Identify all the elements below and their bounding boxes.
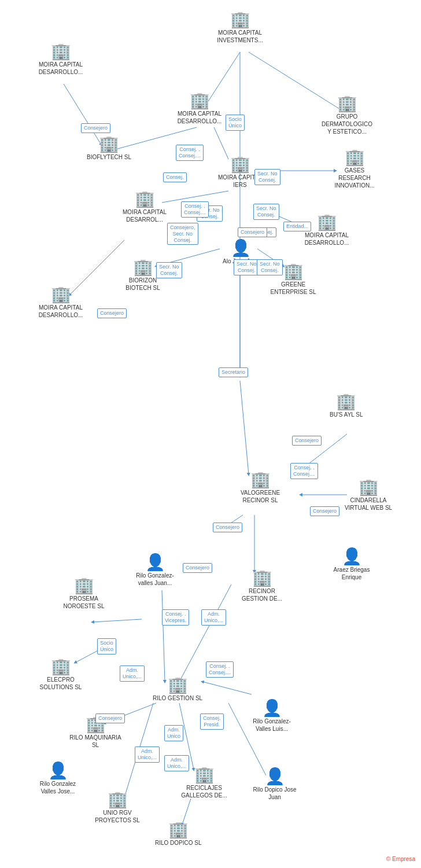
- badge-socio-unico-2[interactable]: SocioÚnico: [97, 638, 116, 654]
- badge-consejero-9[interactable]: Consejero: [183, 563, 212, 573]
- company-label: MOIRA CAPITAL DESARROLLO...: [173, 110, 226, 125]
- node-grupo-derma[interactable]: 🏢 GRUPO DERMATOLOGICO Y ESTETICO...: [321, 95, 373, 135]
- node-rilo-gonzalez-juan[interactable]: 👤 Rilo Gonzalez-valles Juan...: [132, 554, 178, 587]
- building-icon: 🏢: [168, 822, 189, 838]
- badge-consejero-7[interactable]: Consejero: [310, 506, 339, 516]
- node-moira-investments[interactable]: 🏢 MOIRA CAPITAL INVESTMENTS...: [214, 12, 266, 44]
- badge-adm-unico-3[interactable]: Adm.Unico: [164, 725, 183, 741]
- badge-consej-2[interactable]: Consej.: [163, 172, 187, 182]
- badge-consejero-secr[interactable]: Consejero,Secr. NoConsej.: [167, 223, 198, 245]
- company-label: GREENE ENTERPRISE SL: [267, 281, 319, 296]
- company-label: MOIRA CAPITAL DESARROLLO...: [301, 231, 353, 247]
- badge-entidad[interactable]: Entidad...: [283, 222, 311, 231]
- badge-secr-no-consej-4[interactable]: Secr. NoConsej.: [234, 259, 260, 275]
- person-icon: 👤: [265, 768, 285, 785]
- person-label: Rilo Gonzalez-valles Juan...: [132, 572, 178, 587]
- building-icon: 🏢: [359, 479, 379, 495]
- node-bioflytech[interactable]: 🏢 BIOFLYTECH SL: [87, 136, 131, 161]
- company-label: RILO MAQUINARIA SL: [69, 734, 121, 749]
- company-label: CINDARELLA VIRTUAL WEB SL: [342, 496, 394, 512]
- node-bus-ayl[interactable]: 🏢 BU'S AYL SL: [330, 393, 363, 418]
- person-icon: 👤: [48, 763, 68, 779]
- badge-secr-no-consej-1[interactable]: Secr. NoConsej.: [254, 169, 280, 185]
- copyright: © Empresa: [386, 856, 415, 862]
- person-icon: 👤: [342, 549, 362, 565]
- building-icon: 🏢: [337, 95, 357, 112]
- node-unio-rgv[interactable]: 🏢 UNIO RGV PROYECTOS SL: [91, 792, 143, 824]
- svg-line-25: [202, 682, 252, 694]
- company-label: GASES RESEARCH INNOVATION...: [328, 167, 381, 189]
- svg-line-19: [162, 590, 165, 682]
- badge-socio-unico-1[interactable]: SocioÚnico: [226, 115, 245, 131]
- node-moira-dev2[interactable]: 🏢 MOIRA CAPITAL DESARROLLO...: [173, 93, 226, 125]
- node-rilo-gestion[interactable]: 🏢 RILO GESTION SL: [153, 677, 202, 702]
- node-prosema[interactable]: 🏢 PROSEMA NOROESTE SL: [58, 578, 110, 610]
- badge-secretario[interactable]: Secretario: [219, 367, 248, 377]
- badge-consej-presid[interactable]: Consej.Presid.: [200, 713, 224, 730]
- badge-consejero-10[interactable]: Consejero: [95, 713, 125, 723]
- svg-line-4: [214, 127, 228, 159]
- building-icon: 🏢: [108, 792, 128, 808]
- node-rilo-dopico-person[interactable]: 👤 Rilo Dopico Jose Juan: [252, 768, 298, 801]
- company-label: RILO DOPICO SL: [155, 839, 202, 847]
- node-valogreene[interactable]: 🏢 VALOGREENE RECINOR SL: [234, 472, 286, 504]
- node-moira-dev5[interactable]: 🏢 MOIRA CAPITAL DESARROLLO...: [35, 286, 87, 319]
- node-rilo-dopico-sl[interactable]: 🏢 RILO DOPICO SL: [155, 822, 202, 847]
- badge-adm-unico-5[interactable]: Adm.Unico,...: [164, 755, 189, 771]
- person-icon: 👤: [231, 240, 251, 256]
- company-label: BIORIZON BIOTECH SL: [117, 277, 169, 292]
- node-moira-dev1[interactable]: 🏢 MOIRA CAPITAL DESARROLLO...: [35, 43, 87, 76]
- person-label: Rilo Gonzalez-Valles Luis...: [249, 718, 295, 733]
- badge-adm-unico-4[interactable]: Adm.Unico,...: [135, 746, 160, 763]
- badge-consejero-6[interactable]: Consejero: [292, 436, 322, 446]
- badge-consej-consej-1[interactable]: Consej. .Consej....: [176, 145, 204, 161]
- company-label: GRUPO DERMATOLOGICO Y ESTETICO...: [321, 113, 373, 135]
- badge-adm-unico-2[interactable]: Adm.Unico,...: [120, 665, 145, 682]
- company-label: PROSEMA NOROESTE SL: [58, 595, 110, 610]
- badge-consej-vicepres[interactable]: Consej. .Vicepres.: [162, 609, 189, 626]
- building-icon: 🏢: [317, 214, 337, 230]
- company-label: RILO GESTION SL: [153, 694, 202, 702]
- badge-adm-unico-1[interactable]: Adm.Unico,...: [201, 609, 226, 626]
- badge-consej-consej-4[interactable]: Consej. .Consej....: [206, 661, 234, 678]
- person-label: Araez Briegas Enrique: [328, 566, 375, 581]
- building-icon: 🏢: [345, 149, 365, 165]
- company-label: ELECPRO SOLUTIONS SL: [35, 676, 87, 691]
- building-icon: 🏢: [51, 659, 71, 675]
- node-reciclajes[interactable]: 🏢 RECICLAJES GALLEGOS DE...: [178, 767, 230, 799]
- person-icon: 👤: [262, 700, 282, 716]
- node-moira-dev3[interactable]: 🏢 MOIRA CAPITAL DESARROL...: [119, 191, 171, 223]
- node-araez[interactable]: 👤 Araez Briegas Enrique: [328, 549, 375, 581]
- company-label: BU'S AYL SL: [330, 411, 363, 418]
- badge-secr-no-consej-6[interactable]: Secr. NoConsej.: [156, 262, 182, 278]
- building-icon: 🏢: [51, 43, 71, 60]
- badge-consejero-8[interactable]: Consejero: [213, 523, 242, 532]
- building-icon: 🏢: [51, 286, 71, 303]
- building-icon: 🏢: [99, 136, 119, 152]
- node-elecpro[interactable]: 🏢 ELECPRO SOLUTIONS SL: [35, 659, 87, 691]
- svg-line-7: [162, 191, 228, 203]
- svg-line-20: [93, 619, 142, 622]
- building-icon: 🏢: [230, 12, 250, 28]
- company-label: RECICLAJES GALLEGOS DE...: [178, 784, 230, 799]
- badge-secr-no-consej-5[interactable]: Secr. NoConsej.: [257, 259, 283, 275]
- node-gases-research[interactable]: 🏢 GASES RESEARCH INNOVATION...: [328, 149, 381, 189]
- badge-consejero-1[interactable]: Consejero: [81, 123, 110, 133]
- person-label: Rilo Gonzalez Valles Jose...: [35, 780, 81, 795]
- badge-consej-consej-3[interactable]: Consej. .Consej....: [290, 463, 318, 479]
- node-cindarella[interactable]: 🏢 CINDARELLA VIRTUAL WEB SL: [342, 479, 394, 512]
- person-icon: 👤: [145, 554, 165, 571]
- node-rilo-gonzalez-luis[interactable]: 👤 Rilo Gonzalez-Valles Luis...: [249, 700, 295, 733]
- badge-consejero-5[interactable]: Consejero: [97, 308, 127, 318]
- node-rilo-gonzalez-jose[interactable]: 👤 Rilo Gonzalez Valles Jose...: [35, 763, 81, 795]
- building-icon: 🏢: [283, 263, 304, 279]
- person-label: Rilo Dopico Jose Juan: [252, 786, 298, 801]
- company-label: VALOGREENE RECINOR SL: [234, 489, 286, 504]
- building-icon: 🏢: [168, 677, 188, 693]
- building-icon: 🏢: [336, 393, 356, 410]
- badge-secr-no-consej-3[interactable]: Secr. NoConsej.: [253, 204, 279, 220]
- node-recinor-gestion[interactable]: 🏢 RECINOR GESTION DE...: [236, 570, 288, 602]
- company-label: UNIO RGV PROYECTOS SL: [91, 809, 143, 824]
- badge-consej-consej-2[interactable]: Consej. .Consej....: [181, 201, 209, 218]
- badge-consejero-4[interactable]: Consejero: [238, 227, 267, 237]
